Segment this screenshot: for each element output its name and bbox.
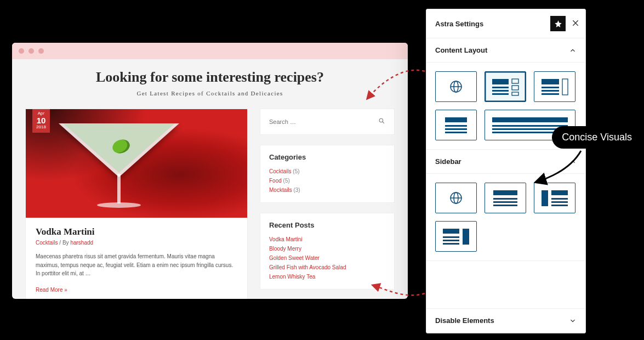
section-label: Disable Elements: [435, 316, 494, 325]
post-date-badge: Apr 10 2018: [32, 109, 50, 133]
svg-rect-12: [512, 86, 518, 90]
panel-header: Astra Settings: [426, 9, 585, 38]
svg-rect-13: [512, 92, 518, 95]
svg-rect-23: [492, 117, 568, 122]
svg-rect-30: [493, 190, 517, 195]
layout-option-content-boxed[interactable]: [485, 71, 526, 102]
svg-rect-41: [443, 240, 459, 241]
section-toggle-content-layout[interactable]: Content Layout: [426, 38, 585, 63]
post-title[interactable]: Vodka Martini: [36, 226, 237, 237]
list-item: Lemon Whisky Tea: [269, 272, 385, 281]
list-item: Vodka Martini: [269, 235, 385, 244]
sidebar-option-default[interactable]: [435, 183, 477, 213]
svg-rect-40: [443, 236, 459, 238]
search-widget: [260, 109, 395, 135]
svg-rect-31: [493, 198, 517, 200]
svg-rect-19: [445, 117, 467, 122]
svg-rect-16: [542, 90, 559, 92]
browser-titlebar: [12, 43, 408, 59]
svg-rect-22: [445, 132, 467, 133]
annotation-label: Concise Visuals: [552, 126, 642, 149]
list-item: Cocktails (5): [269, 167, 385, 176]
svg-rect-36: [551, 198, 568, 200]
close-icon: [571, 19, 580, 27]
category-link[interactable]: Mocktails: [269, 187, 292, 193]
recent-post-link[interactable]: Grilled Fish with Avocado Salad: [269, 264, 346, 270]
svg-rect-9: [492, 90, 509, 92]
svg-point-0: [379, 118, 383, 122]
section-toggle-sidebar[interactable]: Sidebar: [426, 150, 585, 174]
list-item: Food (5): [269, 176, 385, 185]
svg-rect-15: [542, 87, 559, 88]
sidebar-option-right[interactable]: [435, 221, 477, 252]
svg-rect-18: [562, 79, 568, 95]
svg-rect-14: [542, 79, 559, 84]
category-link[interactable]: Food: [269, 178, 282, 184]
svg-rect-38: [551, 205, 568, 206]
list-item: Bloody Merry: [269, 244, 385, 253]
recent-post-link[interactable]: Golden Sweet Water: [269, 255, 320, 261]
layout-icon: [440, 225, 472, 247]
svg-rect-8: [492, 87, 509, 88]
layout-icon: [489, 187, 522, 209]
list-item: Mocktails (3): [269, 185, 385, 195]
panel-title: Astra Settings: [435, 20, 483, 28]
svg-rect-43: [463, 229, 469, 245]
chevron-down-icon: [569, 317, 577, 325]
section-label: Content Layout: [435, 46, 487, 54]
section-toggle-disable-elements[interactable]: Disable Elements: [426, 308, 585, 333]
recent-post-link[interactable]: Lemon Whisky Tea: [269, 274, 315, 280]
layout-icon: [489, 76, 522, 98]
list-item: Golden Sweet Water: [269, 253, 385, 263]
layout-option-default[interactable]: [435, 71, 477, 102]
list-item: Grilled Fish with Avocado Salad: [269, 263, 385, 272]
svg-rect-21: [445, 128, 467, 130]
svg-rect-10: [492, 93, 509, 95]
svg-line-1: [383, 122, 384, 123]
page-subtitle: Get Latest Recipes of Cocktails and Deli…: [21, 90, 399, 97]
svg-rect-11: [512, 79, 518, 83]
categories-heading: Categories: [269, 153, 385, 161]
sidebar-options: [426, 174, 585, 261]
svg-rect-39: [443, 229, 459, 234]
svg-rect-37: [551, 201, 568, 203]
search-input[interactable]: [269, 118, 378, 125]
page-title: Looking for some interesting recipes?: [21, 69, 399, 86]
favorite-button[interactable]: [550, 16, 566, 31]
post-excerpt: Maecenas pharetra risus sit amet gravida…: [36, 252, 237, 278]
layout-option-right-sidebar[interactable]: [534, 71, 575, 102]
astra-settings-panel: Astra Settings Content Layout: [426, 9, 586, 333]
svg-rect-32: [493, 201, 517, 203]
svg-rect-42: [443, 243, 459, 245]
recent-posts-heading: Recent Posts: [269, 221, 385, 229]
close-button[interactable]: [571, 19, 580, 29]
sidebar-option-none[interactable]: [485, 183, 526, 213]
sidebar-option-left[interactable]: [534, 183, 575, 213]
section-label: Sidebar: [435, 157, 461, 166]
category-link[interactable]: Cocktails: [269, 168, 292, 174]
post-meta: Cocktails / By harshadd: [36, 240, 237, 246]
svg-rect-24: [492, 125, 568, 127]
svg-rect-20: [445, 125, 467, 127]
recent-post-link[interactable]: Vodka Martini: [269, 236, 303, 242]
post-author-link[interactable]: harshadd: [70, 240, 93, 246]
post-category-link[interactable]: Cocktails: [36, 240, 58, 246]
post-card[interactable]: Apr 10 2018 Vodka Martini Cocktails / By…: [25, 109, 248, 299]
blog-sidebar: Categories Cocktails (5) Food (5) Mockta…: [260, 109, 395, 299]
categories-widget: Categories Cocktails (5) Food (5) Mockta…: [260, 145, 395, 203]
star-icon: [554, 20, 562, 28]
layout-option-full-width-contained[interactable]: [435, 110, 477, 140]
svg-rect-33: [493, 205, 517, 206]
svg-rect-35: [551, 190, 568, 195]
recent-posts-widget: Recent Posts Vodka Martini Bloody Merry …: [260, 213, 395, 290]
post-featured-image: Apr 10 2018: [26, 109, 247, 218]
chevron-up-icon: [569, 158, 577, 166]
website-preview: Looking for some interesting recipes? Ge…: [12, 43, 408, 299]
read-more-link[interactable]: Read More »: [36, 287, 67, 293]
search-icon[interactable]: [378, 117, 385, 127]
recent-post-link[interactable]: Bloody Merry: [269, 246, 301, 252]
globe-icon: [448, 78, 464, 95]
post-date-year: 2018: [32, 125, 50, 130]
svg-rect-34: [542, 190, 548, 206]
layout-icon: [440, 114, 472, 136]
